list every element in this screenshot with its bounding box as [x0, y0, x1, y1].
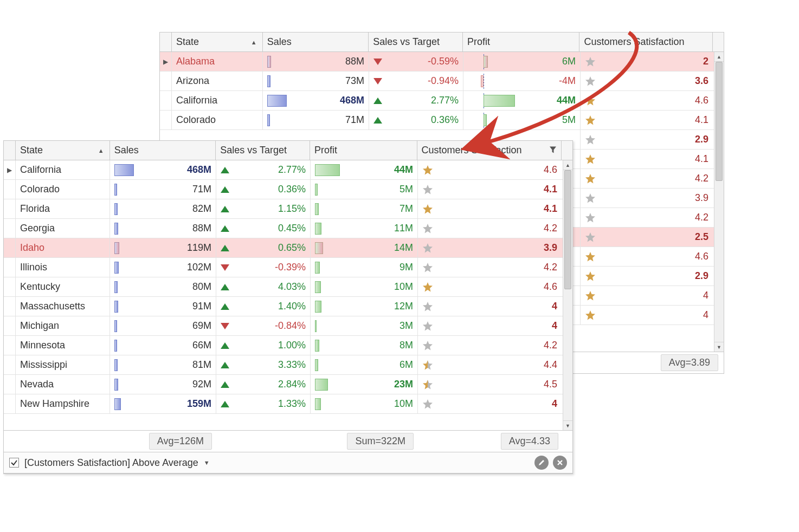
table-row[interactable]: Mississippi 81M 3.33% 6M 4.4: [4, 355, 572, 375]
svt-cell: 1.00%: [216, 336, 311, 355]
sat-cell: 4: [581, 306, 713, 325]
col-header-sat-label: Customers Satisfaction: [422, 145, 522, 156]
table-row[interactable]: ▶ Alabama 88M -0.59% 6M 2: [160, 52, 724, 72]
table-row[interactable]: ▶ California 468M 2.77% 44M 4.6: [4, 160, 572, 180]
col-header-state[interactable]: State ▲: [16, 141, 110, 160]
svt-cell: 1.15%: [216, 199, 311, 218]
sales-cell: 71M: [110, 180, 216, 199]
col-header-svt[interactable]: Sales vs Target: [369, 33, 463, 51]
trend-up-icon: [221, 167, 229, 173]
summary-profit-value: Sum=322M: [355, 436, 405, 446]
state-label: Kentucky: [20, 281, 60, 293]
sat-cell: 4.2: [581, 169, 713, 188]
sat-value: 4.2: [544, 262, 557, 273]
filter-label[interactable]: [Customers Satisfaction] Above Average: [24, 457, 198, 469]
col-header-sat[interactable]: Customers Satisfaction: [579, 33, 713, 51]
sales-cell: 468M: [263, 91, 369, 110]
trend-down-icon: [221, 323, 229, 329]
scroll-thumb[interactable]: [716, 62, 723, 181]
profit-value: 3M: [400, 320, 413, 332]
profit-cell: -4M: [463, 72, 581, 90]
sat-value: 4.2: [544, 340, 557, 351]
profit-cell: 14M: [311, 238, 418, 257]
svt-cell: 0.65%: [216, 238, 311, 257]
sat-value: 2.9: [695, 270, 708, 282]
col-header-state[interactable]: State ▲: [172, 33, 263, 51]
sat-value: 3.9: [695, 192, 708, 204]
table-row[interactable]: Georgia 88M 0.45% 11M 4.2: [4, 219, 572, 238]
col-header-profit[interactable]: Profit: [463, 33, 580, 51]
sales-value: 468M: [340, 95, 364, 106]
sat-cell: 4.4: [418, 355, 562, 374]
table-row[interactable]: California 468M 2.77% 44M 4.6: [160, 91, 724, 111]
star-icon: [585, 271, 596, 282]
row-selector-header[interactable]: [4, 141, 16, 160]
state-label: Illinois: [20, 262, 47, 273]
profit-value: 44M: [394, 164, 413, 176]
state-label: Arizona: [176, 75, 209, 87]
profit-value: 6M: [562, 56, 576, 67]
sales-value: 159M: [187, 398, 211, 410]
filter-dropdown-icon[interactable]: ▼: [204, 459, 210, 466]
filter-icon[interactable]: [549, 145, 557, 156]
table-row[interactable]: Minnesota 66M 1.00% 8M 4.2: [4, 336, 572, 355]
row-indicator: [4, 258, 16, 277]
star-icon: [422, 165, 433, 176]
col-header-svt[interactable]: Sales vs Target: [216, 141, 310, 160]
table-row[interactable]: New Hampshire 159M 1.33% 10M 4: [4, 394, 572, 414]
state-label: Florida: [20, 203, 50, 215]
scroll-up-button[interactable]: ▲: [563, 160, 572, 170]
table-row[interactable]: Michigan 69M -0.84% 3M 4: [4, 316, 572, 336]
table-row[interactable]: Idaho 119M 0.65% 14M 3.9: [4, 238, 572, 258]
sat-value: 4.1: [695, 114, 708, 126]
state-label: Alabama: [176, 56, 215, 67]
table-row[interactable]: Colorado 71M 0.36% 5M 4.1: [160, 111, 724, 130]
sales-cell: 81M: [110, 355, 216, 374]
back-grid-header: State ▲ Sales Sales vs Target Profit Cus…: [160, 33, 724, 52]
col-header-svt-label: Sales vs Target: [220, 145, 287, 156]
col-header-sales[interactable]: Sales: [110, 141, 216, 160]
sort-asc-icon: ▲: [251, 39, 257, 46]
table-row[interactable]: Massachusetts 91M 1.40% 12M 4: [4, 297, 572, 316]
front-grid-scrollbar[interactable]: ▲ ▼: [563, 160, 572, 430]
state-cell: Colorado: [16, 180, 110, 199]
sat-value: 2.5: [695, 231, 708, 243]
star-icon: [422, 321, 433, 332]
profit-value: 6M: [400, 359, 413, 371]
state-cell: Kentucky: [16, 277, 110, 296]
scroll-up-button[interactable]: ▲: [714, 52, 724, 62]
col-header-sales[interactable]: Sales: [263, 33, 369, 51]
filter-edit-button[interactable]: [534, 456, 549, 470]
row-indicator: ▶: [4, 160, 16, 179]
summary-sat-value: Avg=4.33: [509, 436, 550, 446]
sat-cell: 2: [581, 52, 713, 71]
scroll-down-button[interactable]: ▼: [563, 420, 572, 430]
table-row[interactable]: Kentucky 80M 4.03% 10M 4.6: [4, 277, 572, 297]
table-row[interactable]: Colorado 71M 0.36% 5M 4.1: [4, 180, 572, 199]
table-row[interactable]: Nevada 92M 2.84% 23M 4.5: [4, 375, 572, 394]
table-row[interactable]: Arizona 73M -0.94% -4M 3.6: [160, 72, 724, 91]
state-cell: Arizona: [172, 72, 263, 90]
svt-cell: 0.36%: [369, 111, 463, 129]
filter-clear-button[interactable]: [553, 456, 567, 470]
scroll-down-button[interactable]: ▼: [714, 342, 724, 352]
state-label: Mississippi: [20, 359, 67, 371]
table-row[interactable]: Illinois 102M -0.39% 9M 4.2: [4, 258, 572, 277]
trend-down-icon: [221, 264, 229, 271]
col-header-state-label: State: [20, 145, 43, 156]
row-selector-header[interactable]: [160, 33, 172, 51]
svt-value: 2.84%: [278, 379, 306, 390]
svt-value: 0.36%: [278, 184, 306, 195]
filter-checkbox[interactable]: [9, 458, 19, 468]
col-header-sat[interactable]: Customers Satisfaction: [417, 141, 562, 160]
star-icon: [585, 154, 596, 165]
sat-cell: 4.1: [418, 199, 562, 218]
table-row[interactable]: Florida 82M 1.15% 7M 4.1: [4, 199, 572, 219]
svt-cell: 2.77%: [216, 160, 311, 179]
row-indicator: [4, 316, 16, 335]
scroll-thumb[interactable]: [564, 170, 571, 289]
col-header-profit[interactable]: Profit: [310, 141, 417, 160]
back-grid-scrollbar[interactable]: ▲ ▼: [714, 52, 724, 352]
summary-sales: Avg=126M: [149, 433, 212, 450]
sat-value: 4.2: [544, 223, 557, 234]
